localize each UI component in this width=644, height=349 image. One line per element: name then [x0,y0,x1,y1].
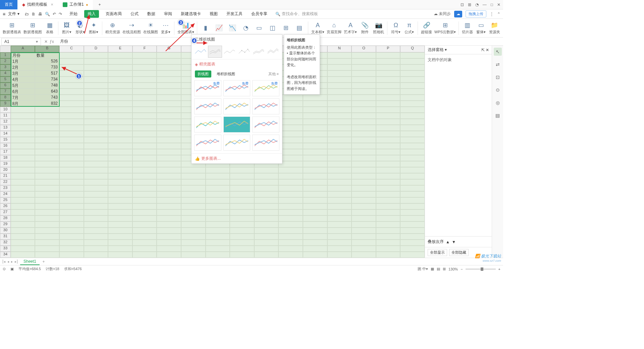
cell-O22[interactable] [352,179,376,185]
cell-Q10[interactable] [400,107,425,113]
cell-D29[interactable] [84,221,108,228]
row-header-7[interactable]: 7 [0,89,11,95]
cell-A23[interactable] [11,185,35,191]
cell-G19[interactable] [157,161,181,167]
name-box[interactable]: A1▾ [1,38,41,45]
cell-N10[interactable] [327,107,352,113]
cell-M28[interactable] [303,215,327,221]
cell-M8[interactable] [303,95,327,101]
cell-O6[interactable] [352,83,376,89]
cell-Q13[interactable] [400,125,425,131]
cell-A1[interactable]: 月份 [11,52,35,58]
chart-thumb-10[interactable] [223,135,251,151]
ribbon-item-19[interactable]: A文本框▾ [310,21,325,35]
cell-M21[interactable] [303,173,327,179]
cell-P7[interactable] [376,89,400,95]
ribbon-item-5[interactable]: ✦图标▾ [87,21,100,35]
cell-M29[interactable] [303,221,327,228]
cell-O5[interactable] [352,77,376,83]
row-header-17[interactable]: 17 [0,149,11,155]
cell-P28[interactable] [376,215,400,221]
cell-K21[interactable] [254,173,279,179]
cell-E32[interactable] [108,240,132,246]
row-header-16[interactable]: 16 [0,143,11,149]
ribbon-item-7[interactable]: ⇢在线流程图 [121,21,142,35]
cell-B15[interactable] [35,137,59,143]
cell-D30[interactable] [84,228,108,234]
cell-F26[interactable] [132,203,157,209]
cell-C19[interactable] [59,161,84,167]
ribbon-item-11[interactable]: ▮ [199,24,212,32]
cell-P18[interactable] [376,155,400,161]
file-menu[interactable]: 文件 ▾ [8,11,19,17]
cell-E24[interactable] [108,191,132,197]
chart-thumb-4[interactable] [223,98,251,114]
row-header-25[interactable]: 25 [0,197,11,203]
cell-N21[interactable] [327,173,352,179]
cell-N22[interactable] [327,179,352,185]
cell-O12[interactable] [352,119,376,125]
cell-K22[interactable] [254,179,279,185]
cell-N13[interactable] [327,125,352,131]
cell-F18[interactable] [132,155,157,161]
cell-E7[interactable] [108,89,132,95]
cell-H24[interactable] [181,191,206,197]
cell-G17[interactable] [157,149,181,155]
cell-M26[interactable] [303,203,327,209]
cell-G25[interactable] [157,197,181,203]
cell-C9[interactable] [59,101,84,107]
cell-P17[interactable] [376,149,400,155]
cell-E11[interactable] [108,113,132,119]
cell-G30[interactable] [157,228,181,234]
rail-item-3[interactable]: ⊡ [494,73,502,81]
cell-B34[interactable] [35,252,59,258]
cell-G29[interactable] [157,221,181,228]
cell-E6[interactable] [108,83,132,89]
row-header-26[interactable]: 26 [0,203,11,209]
qat-redo-icon[interactable]: ↷ [59,12,62,16]
cell-D17[interactable] [84,149,108,155]
cell-D10[interactable] [84,107,108,113]
cell-O29[interactable] [352,221,376,228]
ime-icon[interactable]: 囲 中▾ [418,266,428,271]
cell-A24[interactable] [11,191,35,197]
row-header-21[interactable]: 21 [0,173,11,179]
cell-N33[interactable] [327,246,352,252]
cell-M15[interactable] [303,137,327,143]
cell-L23[interactable] [278,185,303,191]
cell-B2[interactable]: 526 [35,58,59,64]
cell-M20[interactable] [303,167,327,173]
cell-C8[interactable] [59,95,84,101]
cell-J26[interactable] [230,203,254,209]
cell-D9[interactable] [84,101,108,107]
cell-Q6[interactable] [400,83,425,89]
tab-home[interactable]: 首页 [0,0,17,9]
cell-E8[interactable] [108,95,132,101]
cell-O25[interactable] [352,197,376,203]
cell-D8[interactable] [84,95,108,101]
chart-thumb-8[interactable] [252,116,279,133]
cell-L32[interactable] [278,240,303,246]
cell-Q1[interactable] [400,52,425,58]
menu-tab-6[interactable]: 新建选项卡 [179,10,203,18]
cell-L24[interactable] [278,191,303,197]
cell-M25[interactable] [303,197,327,203]
ribbon-item-6[interactable]: ⊕稻壳资源 [104,21,121,35]
cell-I26[interactable] [206,203,230,209]
cell-H20[interactable] [181,167,206,173]
cell-M23[interactable] [303,185,327,191]
cell-D31[interactable] [84,234,108,240]
cell-C18[interactable] [59,155,84,161]
cell-M27[interactable] [303,209,327,215]
menu-tab-0[interactable]: 开始 [67,10,79,18]
cell-A20[interactable] [11,167,35,173]
cell-K31[interactable] [254,234,279,240]
cell-M19[interactable] [303,161,327,167]
cell-C11[interactable] [59,113,84,119]
cell-K29[interactable] [254,221,279,228]
cell-I33[interactable] [206,246,230,252]
cell-A14[interactable] [11,131,35,137]
line-chart-type-4[interactable] [237,46,251,58]
cell-Q30[interactable] [400,228,425,234]
cell-A13[interactable] [11,125,35,131]
